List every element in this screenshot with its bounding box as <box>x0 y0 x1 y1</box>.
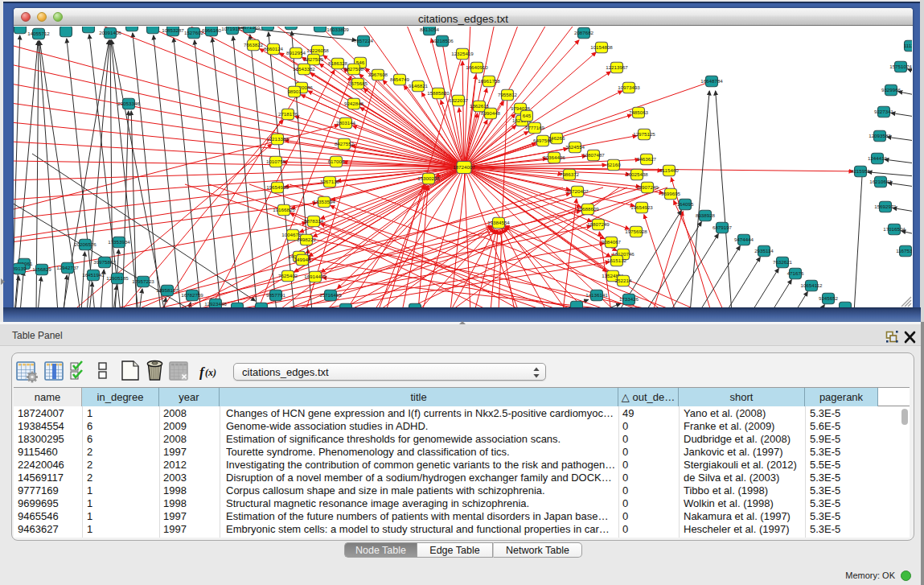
svg-text:3624554: 3624554 <box>565 144 585 150</box>
svg-text:9463627: 9463627 <box>637 156 657 162</box>
svg-text:10654112: 10654112 <box>800 282 823 288</box>
svg-text:10025438: 10025438 <box>626 171 648 177</box>
svg-text:10853287: 10853287 <box>162 27 184 33</box>
svg-text:16648784: 16648784 <box>700 78 723 84</box>
svg-text:19654935: 19654935 <box>266 184 289 190</box>
svg-text:13226058: 13226058 <box>306 47 329 53</box>
svg-text:19654923: 19654923 <box>630 204 653 210</box>
svg-text:19756928: 19756928 <box>625 229 647 234</box>
svg-text:9857791: 9857791 <box>266 292 286 298</box>
svg-text:39139: 39139 <box>14 266 27 271</box>
svg-text:14136141: 14136141 <box>585 292 608 298</box>
svg-text:20091406: 20091406 <box>99 30 121 35</box>
svg-text:8186328: 8186328 <box>328 60 348 66</box>
svg-text:9827509: 9827509 <box>304 56 324 62</box>
svg-text:98901: 98901 <box>287 89 302 94</box>
svg-text:9242848: 9242848 <box>344 101 364 106</box>
svg-text:15885820: 15885820 <box>427 90 450 96</box>
svg-text:15300235: 15300235 <box>417 175 440 181</box>
svg-text:19384554: 19384554 <box>487 220 510 225</box>
svg-text:149948: 149948 <box>294 257 311 262</box>
svg-text:16210643: 16210643 <box>869 179 892 184</box>
svg-text:1527602: 1527602 <box>184 30 204 35</box>
svg-text:20364436: 20364436 <box>543 154 565 160</box>
svg-text:7986372: 7986372 <box>560 171 580 177</box>
svg-text:16640910: 16640910 <box>466 64 488 70</box>
svg-text:16671355: 16671355 <box>238 27 261 30</box>
svg-text:7955812: 7955812 <box>498 92 518 97</box>
svg-text:16451941: 16451941 <box>82 272 105 278</box>
svg-text:39975867: 39975867 <box>93 259 116 265</box>
svg-text:16543382: 16543382 <box>293 66 315 72</box>
svg-text:617004: 617004 <box>328 159 345 164</box>
svg-text:6879197: 6879197 <box>713 225 733 230</box>
svg-text:10958107: 10958107 <box>156 287 179 293</box>
svg-text:9245652: 9245652 <box>819 295 839 301</box>
svg-text:10688609: 10688609 <box>577 206 599 212</box>
svg-text:17016504: 17016504 <box>883 226 906 232</box>
svg-text:12093583: 12093583 <box>869 133 891 138</box>
svg-text:3498222: 3498222 <box>297 237 317 242</box>
svg-text:12975125: 12975125 <box>633 131 655 137</box>
svg-text:6322037: 6322037 <box>449 97 469 103</box>
svg-text:12213967: 12213967 <box>606 64 628 70</box>
svg-text:7625402: 7625402 <box>278 273 298 278</box>
svg-text:6497568: 6497568 <box>533 138 553 143</box>
svg-text:18724007: 18724007 <box>453 164 475 170</box>
svg-text:9115460: 9115460 <box>659 167 679 173</box>
svg-text:1244419: 1244419 <box>868 155 888 161</box>
svg-text:12213383: 12213383 <box>266 136 289 142</box>
svg-text:12923446: 12923446 <box>204 301 227 307</box>
svg-text:1156829: 1156829 <box>32 266 51 272</box>
svg-text:2087682: 2087682 <box>574 30 594 35</box>
svg-text:2718176: 2718176 <box>278 111 298 117</box>
svg-text:252214: 252214 <box>615 278 632 283</box>
svg-text:19218506: 19218506 <box>431 38 454 43</box>
svg-text:10973493: 10973493 <box>618 84 640 90</box>
svg-text:9474444: 9474444 <box>734 237 754 242</box>
svg-text:12905185: 12905185 <box>106 275 129 281</box>
svg-text:17957223: 17957223 <box>132 278 154 284</box>
svg-text:7485063: 7485063 <box>629 109 649 115</box>
svg-text:19166825: 19166825 <box>273 207 295 212</box>
svg-text:8454749: 8454749 <box>390 76 410 82</box>
svg-text:3675685: 3675685 <box>348 80 368 86</box>
svg-text:10807487: 10807487 <box>582 152 605 158</box>
svg-text:8990448: 8990448 <box>481 110 501 116</box>
svg-text:1167533: 1167533 <box>896 248 912 253</box>
svg-text:7632621: 7632621 <box>773 259 793 265</box>
svg-text:20206576: 20206576 <box>74 241 97 247</box>
svg-text:8427552: 8427552 <box>335 141 355 146</box>
svg-text:15716485: 15716485 <box>319 292 342 298</box>
svg-text:62160: 62160 <box>606 162 621 167</box>
svg-text:12942737: 12942737 <box>56 265 79 270</box>
svg-text:9227341: 9227341 <box>874 109 894 114</box>
svg-text:471676: 471676 <box>787 270 804 276</box>
svg-text:8813054: 8813054 <box>420 27 440 32</box>
svg-text:2935114: 2935114 <box>754 248 774 253</box>
svg-text:13353594: 13353594 <box>313 199 335 204</box>
svg-text:8912954: 8912954 <box>286 50 306 56</box>
svg-text:3267130: 3267130 <box>320 179 340 184</box>
svg-text:1733426: 1733426 <box>619 296 639 302</box>
svg-text:16961758: 16961758 <box>478 78 500 84</box>
svg-text:10154808: 10154808 <box>590 44 613 50</box>
svg-text:2967608: 2967608 <box>368 72 388 77</box>
svg-text:12325419: 12325419 <box>451 51 474 56</box>
svg-text:18907249: 18907249 <box>636 184 659 190</box>
svg-text:9777169: 9777169 <box>525 125 545 130</box>
svg-text:9084067: 9084067 <box>602 239 622 245</box>
svg-text:9146821: 9146821 <box>409 83 429 89</box>
svg-text:7663822: 7663822 <box>244 42 264 47</box>
svg-text:15720407: 15720407 <box>566 188 589 194</box>
svg-text:8938928: 8938928 <box>696 212 716 218</box>
svg-text:9699695: 9699695 <box>661 191 681 196</box>
svg-text:16033809: 16033809 <box>326 27 349 32</box>
svg-text:8215955: 8215955 <box>851 168 871 174</box>
svg-text:16914479: 16914479 <box>304 274 326 279</box>
svg-text:8878334: 8878334 <box>304 218 324 224</box>
svg-text:18807249: 18807249 <box>587 221 610 227</box>
svg-text:7857224: 7857224 <box>354 38 374 43</box>
svg-text:29053346: 29053346 <box>117 101 140 106</box>
svg-text:8660124: 8660124 <box>264 46 284 51</box>
